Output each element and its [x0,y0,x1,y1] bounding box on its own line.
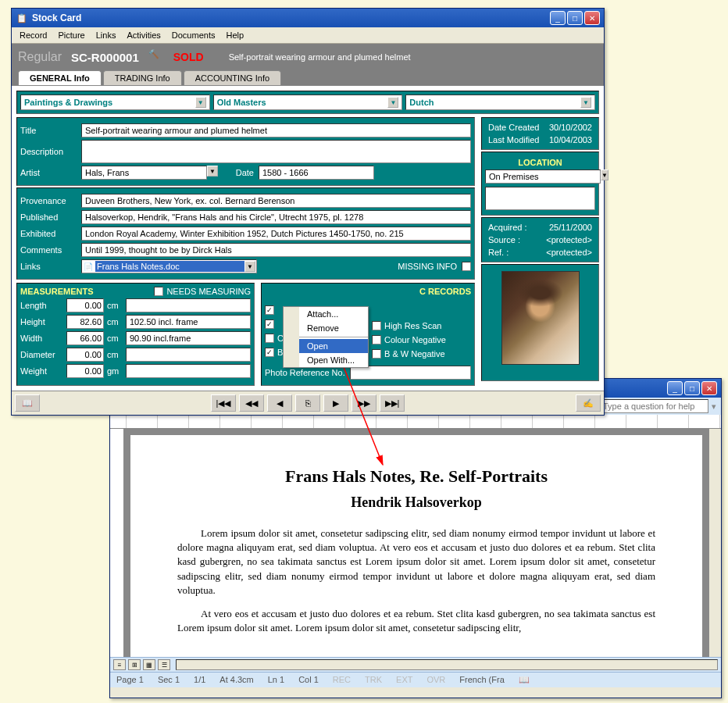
close-button[interactable]: ✕ [701,381,717,395]
first-record-button[interactable]: |◀◀ [211,394,236,412]
length-label: Length [20,301,63,310]
status-section: Sec 1 [158,675,180,685]
help-search-input[interactable] [599,399,708,413]
provenance-input[interactable] [81,194,471,208]
spellcheck-icon[interactable]: 📖 [519,675,530,685]
book-icon[interactable]: 📖 [15,394,40,412]
ctx-open[interactable]: Open [299,339,368,353]
width-input[interactable] [66,331,104,345]
stock-card-titlebar[interactable]: 📋 Stock Card _ □ ✕ [12,9,604,27]
checkbox-2[interactable]: ✓ [265,319,274,329]
links-dropdown[interactable]: 📄 Frans Hals Notes.doc ▼ [81,259,257,273]
doc-heading-2: Hendrik Halsoverkop [177,494,655,511]
menu-help[interactable]: Help [221,29,248,41]
scrollbar-vertical[interactable] [708,429,721,657]
last-record-button[interactable]: ▶▶| [380,394,405,412]
title-input[interactable] [81,123,471,137]
weight-label: Weight [20,366,63,376]
length-input[interactable] [66,298,104,312]
colour-neg-checkbox[interactable] [372,335,381,344]
date-label: Date [223,168,254,177]
status-line: Ln 1 [268,675,284,685]
outline-view-icon[interactable]: ☰ [158,659,170,670]
chevron-down-icon[interactable]: ▼ [207,166,218,177]
hires-checkbox[interactable] [372,321,381,330]
tab-general[interactable]: GENERAL Info [18,70,102,85]
tab-strip: GENERAL Info TRADING Info ACCOUNTING Inf… [12,70,604,85]
ctx-open-with[interactable]: Open With... [299,353,368,367]
menu-record[interactable]: Record [15,29,52,41]
height-extra-input[interactable] [126,315,251,329]
chevron-down-icon[interactable]: ▼ [601,170,608,180]
needs-measuring-label: NEEDS MEASURING [166,287,251,296]
auction-icon: 🔨 [148,49,164,65]
source-label: Source : [488,235,520,244]
prev-page-button[interactable]: ◀◀ [239,394,264,412]
menu-links[interactable]: Links [91,29,121,41]
acquired-label: Acquired : [488,223,527,232]
date-input[interactable] [259,166,374,180]
artwork-thumbnail[interactable] [501,271,580,365]
location-dropdown[interactable] [485,170,601,184]
missing-info-checkbox[interactable] [462,262,471,271]
header-description: Self-portrait wearing armour and plumed … [229,52,411,62]
category-2-dropdown[interactable]: Old Masters▼ [213,95,403,110]
diameter-extra-input[interactable] [126,348,251,362]
window-title: Stock Card [32,12,550,23]
next-record-button[interactable]: ▶ [323,394,348,412]
vertical-ruler [110,429,124,657]
measurements-header: MEASUREMENTS [20,287,94,296]
status-ext: EXT [396,675,412,685]
last-modified-label: Last Modified [488,135,539,145]
navigation-bar: 📖 |◀◀ ◀◀ ◀ ⎘ ▶ ▶▶ ▶▶| ✍ [12,391,604,415]
height-input[interactable] [66,315,104,329]
menubar: Record Picture Links Activities Document… [12,27,604,44]
chevron-down-icon: ▼ [195,97,206,108]
ruler [110,415,721,429]
doc-heading-1: Frans Hals Notes, Re. Self-Portraits [177,466,655,487]
bw-print-checkbox[interactable]: ✓ [265,348,274,357]
published-input[interactable] [81,210,471,224]
category-1-dropdown[interactable]: Paintings & Drawings▼ [20,95,210,110]
next-page-button[interactable]: ▶▶ [352,394,376,412]
category-3-dropdown[interactable]: Dutch▼ [405,95,595,110]
menu-picture[interactable]: Picture [53,29,89,41]
signature-icon[interactable]: ✍ [576,394,601,412]
close-button[interactable]: ✕ [584,11,600,25]
weight-extra-input[interactable] [126,364,251,378]
document-icon: 📄 [83,261,94,272]
bw-neg-checkbox[interactable] [372,349,381,359]
colour-print-checkbox[interactable] [265,334,274,343]
artist-input[interactable] [81,166,207,180]
acquired-value: 25/11/2000 [549,223,592,232]
links-value: Frans Hals Notes.doc [95,261,244,272]
web-layout-icon[interactable]: ⊞ [128,659,141,670]
location-notes[interactable] [485,187,595,210]
diameter-input[interactable] [66,348,104,362]
ctx-remove[interactable]: Remove [299,321,368,335]
description-input[interactable] [81,140,471,163]
needs-measuring-checkbox[interactable] [154,287,163,296]
copy-record-button[interactable]: ⎘ [295,394,320,412]
minimize-button[interactable]: _ [667,381,683,395]
minimize-button[interactable]: _ [550,11,566,25]
tab-trading[interactable]: TRADING Info [103,70,182,85]
normal-view-icon[interactable]: ≡ [113,659,126,670]
status-page: Page 1 [116,675,144,685]
prev-record-button[interactable]: ◀ [267,394,292,412]
weight-input[interactable] [66,364,104,378]
maximize-button[interactable]: □ [684,381,700,395]
width-extra-input[interactable] [126,331,251,345]
menu-activities[interactable]: Activities [122,29,165,41]
status-at: At 4.3cm [219,675,253,685]
comments-input[interactable] [81,243,471,257]
exhibited-input[interactable] [81,227,471,241]
ctx-attach[interactable]: Attach... [299,307,368,321]
checkbox-1[interactable]: ✓ [265,305,274,315]
tab-accounting[interactable]: ACCOUNTING Info [184,70,281,85]
menu-documents[interactable]: Documents [167,29,220,41]
maximize-button[interactable]: □ [567,11,583,25]
scrollbar-horizontal[interactable] [176,659,718,670]
length-extra-input[interactable] [126,298,251,312]
print-layout-icon[interactable]: ▦ [143,659,155,670]
